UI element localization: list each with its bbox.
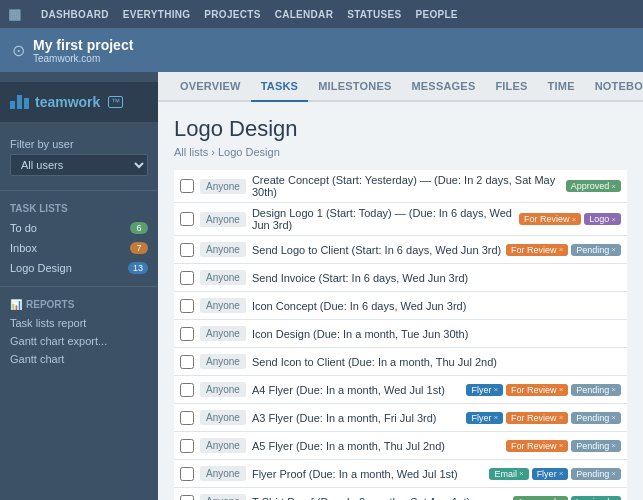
task-lists-title: Task lists bbox=[0, 199, 158, 218]
task-tag[interactable]: Pending × bbox=[571, 412, 621, 424]
task-checkbox[interactable] bbox=[180, 243, 194, 257]
task-tag[interactable]: Pending × bbox=[571, 440, 621, 452]
task-tag[interactable]: Invoiced × bbox=[571, 496, 621, 501]
top-nav: ▦ Dashboard Everything Projects Calendar… bbox=[0, 0, 643, 28]
task-tags: Flyer ×For Review ×Pending × bbox=[466, 384, 621, 396]
tag-remove-icon[interactable]: × bbox=[611, 413, 616, 422]
task-checkbox[interactable] bbox=[180, 411, 194, 425]
sidebar-task-list-item[interactable]: To do6 bbox=[0, 218, 158, 238]
task-checkbox[interactable] bbox=[180, 355, 194, 369]
task-tag[interactable]: Flyer × bbox=[466, 412, 503, 424]
nav-people[interactable]: People bbox=[415, 9, 457, 20]
task-tags: Email ×Flyer ×Pending × bbox=[489, 468, 621, 480]
project-icon: ⊙ bbox=[12, 41, 25, 60]
tag-remove-icon[interactable]: × bbox=[559, 245, 564, 254]
task-tag[interactable]: Pending × bbox=[571, 244, 621, 256]
logo-text: teamwork bbox=[35, 94, 100, 110]
task-assignee: Anyone bbox=[200, 298, 246, 313]
tab-milestones[interactable]: MILESTONES bbox=[308, 72, 401, 102]
nav-statuses[interactable]: Statuses bbox=[347, 9, 401, 20]
tag-remove-icon[interactable]: × bbox=[559, 385, 564, 394]
task-checkbox[interactable] bbox=[180, 212, 194, 226]
tag-remove-icon[interactable]: × bbox=[611, 441, 616, 450]
task-tag[interactable]: Pending × bbox=[571, 384, 621, 396]
task-name: Send Invoice (Start: In 6 days, Wed Jun … bbox=[252, 272, 621, 284]
task-checkbox[interactable] bbox=[180, 179, 194, 193]
report-item[interactable]: Gantt chart export... bbox=[0, 332, 158, 350]
task-checkbox[interactable] bbox=[180, 271, 194, 285]
task-row: AnyoneT-Shirt Proof (Due: In 2 months, S… bbox=[174, 488, 627, 500]
task-row: AnyoneFlyer Proof (Due: In a month, Wed … bbox=[174, 460, 627, 488]
task-tag[interactable]: For Review × bbox=[506, 412, 568, 424]
page-content: Logo Design All lists › Logo Design Anyo… bbox=[158, 102, 643, 500]
tab-notebooks[interactable]: NOTEBOOKS bbox=[585, 72, 643, 102]
filter-label: Filter by user bbox=[10, 138, 148, 150]
report-item[interactable]: Task lists report bbox=[0, 314, 158, 332]
task-row: AnyoneDesign Logo 1 (Start: Today) — (Du… bbox=[174, 203, 627, 236]
user-filter-select[interactable]: All users bbox=[10, 154, 148, 176]
task-tag[interactable]: Flyer × bbox=[466, 384, 503, 396]
tab-messages[interactable]: MESSAGES bbox=[401, 72, 485, 102]
tab-tasks[interactable]: TASKS bbox=[251, 72, 308, 102]
task-checkbox[interactable] bbox=[180, 383, 194, 397]
task-list-name: Logo Design bbox=[10, 262, 72, 274]
sidebar-task-list-item[interactable]: Inbox7 bbox=[0, 238, 158, 258]
task-tag[interactable]: For Review × bbox=[506, 244, 568, 256]
task-tag[interactable]: Approved × bbox=[566, 180, 621, 192]
task-checkbox[interactable] bbox=[180, 495, 194, 501]
task-checkbox[interactable] bbox=[180, 467, 194, 481]
tag-remove-icon[interactable]: × bbox=[519, 469, 524, 478]
task-tag[interactable]: Email × bbox=[489, 468, 528, 480]
reports-icon: 📊 bbox=[10, 299, 22, 310]
tab-bar: OVERVIEWTASKSMILESTONESMESSAGESFILESTIME… bbox=[158, 72, 643, 102]
task-tag[interactable]: For Review × bbox=[506, 440, 568, 452]
task-checkbox[interactable] bbox=[180, 299, 194, 313]
task-row: AnyoneIcon Concept (Due: In 6 days, Wed … bbox=[174, 292, 627, 320]
filter-section: Filter by user All users bbox=[0, 132, 158, 182]
project-info: My first project Teamwork.com bbox=[33, 37, 133, 64]
tag-remove-icon[interactable]: × bbox=[611, 245, 616, 254]
task-tag[interactable]: For Review × bbox=[506, 384, 568, 396]
task-assignee: Anyone bbox=[200, 354, 246, 369]
task-tag[interactable]: Pending × bbox=[571, 468, 621, 480]
task-checkbox[interactable] bbox=[180, 327, 194, 341]
sidebar-task-list-item[interactable]: Logo Design13 bbox=[0, 258, 158, 278]
nav-projects[interactable]: Projects bbox=[204, 9, 260, 20]
breadcrumb: All lists › Logo Design bbox=[174, 146, 627, 158]
tab-time[interactable]: TIME bbox=[538, 72, 585, 102]
task-assignee: Anyone bbox=[200, 212, 246, 227]
tag-remove-icon[interactable]: × bbox=[611, 469, 616, 478]
tag-remove-icon[interactable]: × bbox=[559, 469, 564, 478]
task-checkbox[interactable] bbox=[180, 439, 194, 453]
task-list-items: To do6Inbox7Logo Design13 bbox=[0, 218, 158, 278]
tag-remove-icon[interactable]: × bbox=[493, 413, 498, 422]
task-name: T-Shirt Proof (Due: In 2 months, Sat Aug… bbox=[252, 496, 513, 501]
sidebar: teamwork ™ Filter by user All users Task… bbox=[0, 72, 158, 500]
nav-dashboard[interactable]: Dashboard bbox=[41, 9, 109, 20]
tab-files[interactable]: FILES bbox=[485, 72, 537, 102]
task-tag[interactable]: Logo × bbox=[584, 213, 621, 225]
tag-remove-icon[interactable]: × bbox=[493, 385, 498, 394]
tag-remove-icon[interactable]: × bbox=[611, 182, 616, 191]
task-assignee: Anyone bbox=[200, 466, 246, 481]
task-list-badge: 7 bbox=[130, 242, 148, 254]
tag-remove-icon[interactable]: × bbox=[572, 215, 577, 224]
task-tag[interactable]: Flyer × bbox=[532, 468, 569, 480]
task-tag[interactable]: Approved × bbox=[513, 496, 568, 501]
task-tag[interactable]: For Review × bbox=[519, 213, 581, 225]
task-name: Design Logo 1 (Start: Today) — (Due: In … bbox=[252, 207, 519, 231]
tag-remove-icon[interactable]: × bbox=[611, 385, 616, 394]
task-list-badge: 13 bbox=[128, 262, 148, 274]
task-name: Flyer Proof (Due: In a month, Wed Jul 1s… bbox=[252, 468, 490, 480]
task-assignee: Anyone bbox=[200, 242, 246, 257]
tag-remove-icon[interactable]: × bbox=[611, 215, 616, 224]
tag-remove-icon[interactable]: × bbox=[559, 441, 564, 450]
report-item[interactable]: Gantt chart bbox=[0, 350, 158, 368]
task-list-name: To do bbox=[10, 222, 37, 234]
project-title: My first project bbox=[33, 37, 133, 53]
tab-overview[interactable]: OVERVIEW bbox=[170, 72, 251, 102]
nav-calendar[interactable]: Calendar bbox=[275, 9, 334, 20]
teamwork-logo: teamwork ™ bbox=[0, 82, 158, 122]
tag-remove-icon[interactable]: × bbox=[559, 413, 564, 422]
nav-everything[interactable]: Everything bbox=[123, 9, 191, 20]
